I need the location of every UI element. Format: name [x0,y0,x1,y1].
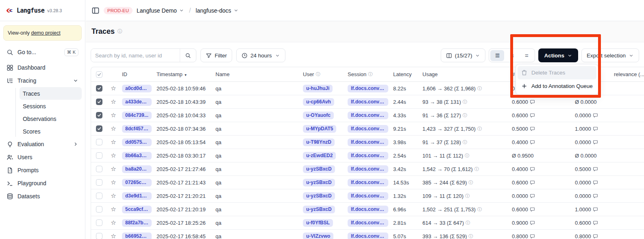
trace-id-badge[interactable]: ba8a208f... [122,165,152,173]
trace-id-badge[interactable]: 5cca9cf2... [122,206,152,213]
trace-id-badge[interactable]: a433de51... [122,98,152,106]
star-icon[interactable]: ☆ [111,192,116,200]
trace-id-badge[interactable]: 8b66a34... [122,152,152,160]
search-input[interactable] [91,49,180,62]
trace-id-badge[interactable]: b669529... [122,232,152,239]
sidebar-item-prompts[interactable]: {}Prompts [3,164,82,177]
user-badge[interactable]: u-T98YnzD [303,138,335,146]
time-range-button[interactable]: 24 hours [236,48,285,62]
row-checkbox[interactable] [96,139,102,145]
trace-id-badge[interactable]: dd05753... [122,138,152,146]
sidebar-item-dashboard[interactable]: Dashboard [3,61,82,74]
sidebar-item-observations[interactable]: Observations [20,112,82,125]
table-row[interactable]: ☆ba8a208f...2025-02-17 21:27:46qau-yzSBx… [91,162,644,176]
table-row[interactable]: ☆8b66a34...2025-02-18 03:30:17qau-zEwdED… [91,149,644,162]
trace-id-badge[interactable]: 8dcf4574... [122,125,152,133]
sidebar-toggle-icon[interactable] [91,7,100,15]
user-badge[interactable]: u-OYauofc [303,112,334,119]
session-badge[interactable]: lf.docs.conversation... [348,219,388,227]
sidebar-item-scores[interactable]: Scores [20,125,82,138]
trace-id-badge[interactable]: a0cd0d9... [122,85,152,92]
sidebar-item-datasets[interactable]: Datasets [3,190,82,203]
session-badge[interactable]: lf.docs.conversation... [348,165,388,173]
menu-item-add-to-annotation-queue[interactable]: Add to Annotation Queue [518,79,596,93]
star-icon[interactable]: ☆ [111,85,116,92]
table-row[interactable]: ☆a433de51...2025-02-18 10:43:39qau-cp66A… [91,95,644,109]
table-row[interactable]: ☆07265c7a...2025-02-17 21:21:43qau-yzSBx… [91,176,644,189]
session-badge[interactable]: lf.docs.conversation... [348,112,388,119]
session-badge[interactable]: lf.docs.conversation... [348,138,388,146]
sort-timestamp[interactable]: Timestamp ▼ [157,71,187,77]
session-badge[interactable]: lf.docs.conversation... [348,206,388,213]
row-height-small-icon[interactable]: ≣ [490,50,504,61]
row-checkbox[interactable] [96,166,102,172]
table-row[interactable]: ☆88f2a7b0...2025-02-17 18:25:26qau-f0YfB… [91,216,644,230]
table-row[interactable]: ☆084c739...2025-02-18 10:04:33qau-OYauof… [91,109,644,122]
goto-search[interactable]: Go to... ⌘ K [3,46,82,59]
trace-id-badge[interactable]: 07265c7a... [122,179,152,186]
session-badge[interactable]: lf.docs.conversation... [348,232,388,239]
filter-button[interactable]: Filter [200,48,232,62]
star-icon[interactable]: ☆ [111,179,116,186]
row-checkbox[interactable] [96,219,102,226]
trace-id-badge[interactable]: 084c739... [122,112,152,119]
session-badge[interactable]: lf.docs.conversation... [348,125,388,133]
session-badge[interactable]: lf.docs.conversation... [348,192,388,200]
table-row[interactable]: ☆5cca9cf2...2025-02-17 21:20:19qau-yzSBx… [91,203,644,216]
session-badge[interactable]: lf.docs.conversation... [348,98,388,106]
user-badge[interactable]: u-yzSBxcD [303,192,335,200]
sidebar-item-traces[interactable]: Traces [20,87,82,100]
sidebar-item-evaluation[interactable]: Evaluation [3,138,82,151]
sidebar-item-tracing[interactable]: Tracing [3,74,82,87]
table-row[interactable]: ☆b669529...2025-02-17 16:58:45qau-VIZzvw… [91,230,644,239]
star-icon[interactable]: ☆ [111,125,116,132]
select-all-checkbox[interactable] [96,71,102,78]
user-badge[interactable]: u-VIZzvwo [303,232,333,239]
search-icon[interactable] [180,49,196,62]
row-height-medium-icon[interactable]: ≡ [505,50,519,61]
export-selection-button[interactable]: Export selection [581,48,639,62]
user-badge[interactable]: u-huJhuJi [303,85,333,92]
row-checkbox[interactable] [96,206,102,213]
row-checkbox[interactable] [96,112,102,118]
user-badge[interactable]: u-f0YfBSL [303,219,333,227]
demo-project-link[interactable]: demo project [31,30,60,36]
session-badge[interactable]: lf.docs.conversation... [348,179,388,186]
user-badge[interactable]: u-yzSBxcD [303,179,335,186]
project-selector[interactable]: langfuse-docs [196,7,238,14]
row-checkbox[interactable] [96,99,102,105]
star-icon[interactable]: ☆ [111,219,116,226]
star-icon[interactable]: ☆ [111,206,116,213]
user-badge[interactable]: u-cp66Avh [303,98,334,106]
sidebar-item-sessions[interactable]: Sessions [20,100,82,112]
sidebar-item-playground[interactable]: Playground [3,177,82,190]
actions-button[interactable]: Actions [538,48,578,62]
table-row[interactable]: ☆dd05753...2025-02-18 05:13:54qau-T98Ynz… [91,136,644,149]
menu-item-delete-traces[interactable]: Delete Traces [518,66,596,79]
sidebar-item-users[interactable]: Users [3,151,82,164]
column-visibility-button[interactable]: (15/27) [441,48,486,62]
session-badge[interactable]: lf.docs.conversation... [348,85,388,92]
table-row[interactable]: ☆8dcf4574...2025-02-18 07:34:36qau-MYpDA… [91,122,644,136]
star-icon[interactable]: ☆ [111,138,116,146]
star-icon[interactable]: ☆ [111,112,116,119]
trace-id-badge[interactable]: d3e9d1f2... [122,192,152,200]
star-icon[interactable]: ☆ [111,152,116,159]
row-checkbox[interactable] [96,125,102,132]
star-icon[interactable]: ☆ [111,165,116,173]
row-checkbox[interactable] [96,152,102,159]
session-badge[interactable]: lf.docs.conversation... [348,152,388,160]
trace-id-badge[interactable]: 88f2a7b0... [122,219,152,227]
star-icon[interactable]: ☆ [111,232,116,239]
row-checkbox[interactable] [96,233,102,239]
user-badge[interactable]: u-yzSBxcD [303,206,335,213]
row-height-large-icon[interactable]: = [520,50,533,61]
user-badge[interactable]: u-MYpDAT5 [303,125,336,133]
row-checkbox[interactable] [96,179,102,186]
org-selector[interactable]: Langfuse Demo [137,7,184,14]
user-badge[interactable]: u-yzSBxcD [303,165,335,173]
row-checkbox[interactable] [96,193,102,199]
star-icon[interactable]: ☆ [111,98,116,105]
user-badge[interactable]: u-zEwdED2 [303,152,336,160]
table-row[interactable]: ☆d3e9d1f2...2025-02-17 21:20:21qau-yzSBx… [91,189,644,203]
